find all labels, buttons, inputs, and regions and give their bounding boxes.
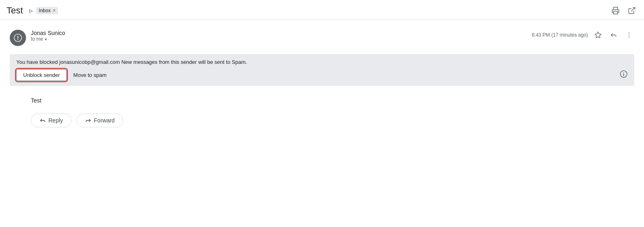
- reply-button-header[interactable]: [608, 30, 619, 40]
- avatar: [10, 30, 26, 46]
- sender-row: Jonas Sunico to me ▾ 6:43 PM (17 minutes…: [10, 26, 634, 49]
- thread-container: Jonas Sunico to me ▾ 6:43 PM (17 minutes…: [0, 20, 644, 140]
- forward-icon: [85, 117, 91, 124]
- move-to-spam-button[interactable]: Move to spam: [73, 70, 107, 81]
- blocked-banner-text: You have blocked jonasunicobp@gmail.com …: [16, 59, 628, 65]
- print-button[interactable]: [610, 5, 621, 16]
- sender-to: to me ▾: [31, 36, 532, 42]
- forward-icon: ▹: [29, 6, 33, 15]
- reply-label: Reply: [48, 117, 63, 124]
- blocked-banner: You have blocked jonasunicobp@gmail.com …: [10, 54, 634, 86]
- email-meta: 6:43 PM (17 minutes ago): [532, 30, 634, 40]
- svg-line-1: [631, 8, 635, 11]
- email-subject: Test: [7, 5, 23, 16]
- forward-action-button[interactable]: Forward: [76, 114, 123, 127]
- svg-point-6: [629, 33, 629, 33]
- svg-marker-5: [595, 32, 601, 38]
- email-time: 6:43 PM (17 minutes ago): [532, 32, 588, 38]
- email-header: Test ▹ Inbox ×: [0, 0, 644, 20]
- banner-info-icon[interactable]: [620, 70, 628, 80]
- unblock-sender-button[interactable]: Unblock sender: [16, 69, 67, 81]
- email-body: Test: [10, 91, 634, 107]
- inbox-badge: Inbox ×: [36, 7, 58, 14]
- forward-label: Forward: [94, 117, 115, 124]
- popout-button[interactable]: [626, 5, 637, 16]
- blocked-banner-actions: Unblock sender Move to spam: [16, 69, 628, 81]
- svg-rect-0: [614, 11, 618, 14]
- sender-details-toggle[interactable]: ▾: [45, 37, 47, 41]
- header-actions: [610, 5, 637, 16]
- blocked-email: jonasunicobp@gmail.com: [59, 59, 120, 65]
- sender-name: Jonas Sunico: [31, 30, 532, 36]
- sender-info: Jonas Sunico to me ▾: [31, 30, 532, 42]
- star-button[interactable]: [593, 30, 603, 40]
- reply-action-button[interactable]: Reply: [31, 114, 72, 127]
- more-options-button[interactable]: [624, 30, 634, 40]
- reply-icon: [39, 117, 46, 124]
- inbox-badge-close[interactable]: ×: [53, 8, 56, 13]
- email-body-text: Test: [31, 97, 41, 104]
- inbox-label: Inbox: [39, 8, 50, 13]
- svg-point-8: [629, 37, 629, 37]
- svg-point-7: [629, 35, 629, 35]
- reply-actions: Reply Forward: [10, 107, 634, 134]
